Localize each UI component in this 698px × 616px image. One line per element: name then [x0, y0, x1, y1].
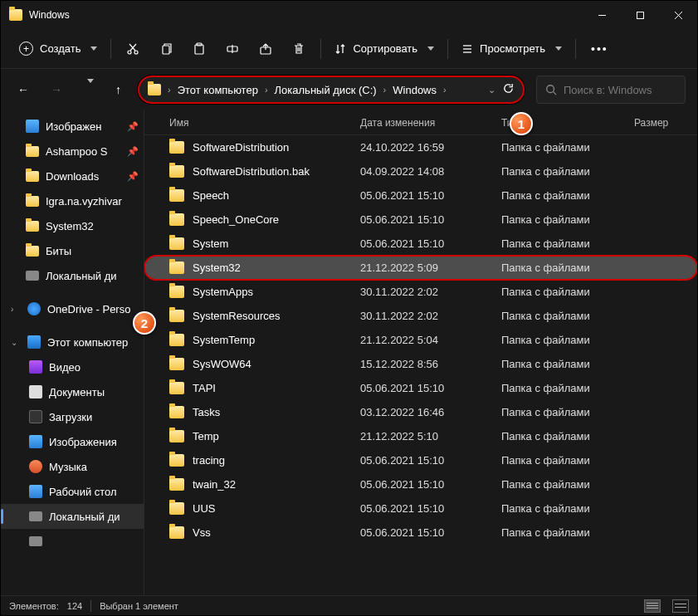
- thumbnails-view-button[interactable]: [672, 599, 689, 613]
- folder-icon: [169, 286, 184, 298]
- file-date: 24.10.2022 16:59: [360, 141, 501, 154]
- navbar: ← → ↑ › Этот компьютер › Локальный диск …: [1, 69, 697, 110]
- file-date: 05.06.2021 15:10: [360, 526, 501, 539]
- sidebar-item[interactable]: Загрузки: [1, 404, 144, 429]
- up-button[interactable]: ↑: [110, 80, 126, 100]
- sidebar-item[interactable]: ›OneDrive - Perso: [1, 296, 144, 321]
- rows-container: SoftwareDistribution24.10.2022 16:59Папк…: [144, 135, 697, 595]
- more-button[interactable]: •••: [581, 35, 618, 63]
- file-type: Папка с файлами: [501, 165, 634, 178]
- file-row[interactable]: UUS05.06.2021 15:10Папка с файлами: [144, 496, 697, 521]
- sidebar-item[interactable]: Биты: [1, 238, 144, 263]
- refresh-button[interactable]: [502, 82, 515, 97]
- chevron-down-icon: [555, 46, 562, 51]
- sidebar-item[interactable]: Изображен📌: [1, 114, 144, 139]
- file-row[interactable]: SystemApps30.11.2022 2:02Папка с файлами: [144, 280, 697, 304]
- file-name: Temp: [193, 430, 219, 442]
- file-row[interactable]: Speech05.06.2021 15:10Папка с файлами: [144, 183, 697, 208]
- rename-button[interactable]: [216, 35, 249, 63]
- copy-button[interactable]: [149, 35, 183, 63]
- create-button[interactable]: + Создать: [11, 35, 105, 63]
- sidebar-item[interactable]: [1, 529, 144, 554]
- sidebar-item[interactable]: System32: [1, 213, 144, 238]
- window-title: Windows: [29, 9, 70, 21]
- file-row[interactable]: Vss05.06.2021 15:10Папка с файлами: [144, 521, 697, 545]
- file-row[interactable]: Speech_OneCore05.06.2021 15:10Папка с фа…: [144, 208, 697, 232]
- col-date[interactable]: Дата изменения: [360, 117, 501, 129]
- maximize-button[interactable]: [621, 1, 659, 29]
- chevron-right-icon: ›: [164, 85, 174, 95]
- recent-button[interactable]: [79, 80, 99, 100]
- file-name: SoftwareDistribution: [193, 141, 289, 154]
- sidebar-item[interactable]: Видео: [1, 354, 144, 379]
- file-date: 05.06.2021 15:10: [360, 478, 501, 491]
- forward-button[interactable]: →: [46, 80, 67, 100]
- file-name: SystemApps: [193, 286, 253, 298]
- sidebar-item[interactable]: Ashampoo S📌: [1, 139, 144, 164]
- svg-rect-1: [637, 12, 643, 18]
- file-row[interactable]: SystemTemp21.12.2022 5:04Папка с файлами: [144, 328, 697, 352]
- breadcrumb[interactable]: › Этот компьютер › Локальный диск (C:) ›…: [138, 76, 525, 104]
- col-size[interactable]: Размер: [634, 117, 697, 129]
- share-button[interactable]: [249, 35, 282, 63]
- folder-icon: [169, 334, 184, 346]
- delete-button[interactable]: [282, 35, 315, 63]
- minimize-button[interactable]: [583, 1, 621, 29]
- sort-icon: [334, 43, 346, 55]
- file-row[interactable]: System05.06.2021 15:10Папка с файлами: [144, 232, 697, 256]
- col-name[interactable]: Имя: [169, 117, 360, 129]
- file-type: Папка с файлами: [501, 310, 634, 322]
- back-button[interactable]: ←: [12, 80, 34, 100]
- callout-2: 2: [133, 311, 156, 335]
- file-row[interactable]: SystemResources30.11.2022 2:02Папка с фа…: [144, 304, 697, 328]
- folder-icon: [169, 141, 184, 154]
- file-row[interactable]: Temp21.12.2022 5:10Папка с файлами: [144, 424, 697, 448]
- sidebar-item[interactable]: ⌄Этот компьютер: [1, 330, 144, 354]
- sort-button[interactable]: Сортировать: [326, 35, 442, 63]
- file-row[interactable]: SoftwareDistribution.bak04.09.2022 14:08…: [144, 159, 697, 183]
- search-placeholder: Поиск в: Windows: [564, 84, 652, 96]
- sidebar-item[interactable]: Downloads📌: [1, 164, 144, 188]
- chevron-down-icon: [427, 46, 434, 51]
- file-type: Папка с файлами: [501, 406, 634, 418]
- close-button[interactable]: [659, 1, 697, 29]
- column-headers[interactable]: Имя Дата изменения Тип Размер: [144, 110, 697, 135]
- view-button[interactable]: Просмотреть: [453, 35, 570, 63]
- svg-rect-9: [195, 45, 203, 54]
- folder-icon: [169, 310, 184, 322]
- sidebar-item[interactable]: Локальный ди: [1, 263, 144, 288]
- file-date: 05.06.2021 15:10: [360, 382, 501, 394]
- sidebar-item[interactable]: Локальный ди: [1, 504, 144, 529]
- details-view-button[interactable]: [644, 599, 661, 613]
- breadcrumb-dropdown[interactable]: ⌄: [481, 85, 502, 95]
- file-row[interactable]: twain_3205.06.2021 15:10Папка с файлами: [144, 472, 697, 496]
- paste-button[interactable]: [183, 35, 216, 63]
- file-date: 30.11.2022 2:02: [360, 286, 501, 298]
- file-row[interactable]: System3221.12.2022 5:09Папка с файлами: [144, 256, 697, 280]
- file-date: 15.12.2022 8:56: [360, 358, 501, 370]
- sidebar-item[interactable]: Изображения: [1, 429, 144, 454]
- breadcrumb-item[interactable]: Локальный диск (C:): [271, 84, 380, 96]
- file-type: Папка с файлами: [501, 430, 634, 442]
- search-input[interactable]: Поиск в: Windows: [536, 76, 686, 104]
- file-row[interactable]: SoftwareDistribution24.10.2022 16:59Папк…: [144, 135, 697, 159]
- chevron-down-icon: [90, 46, 97, 51]
- sidebar-item[interactable]: Igra.na.vyzhivar: [1, 188, 144, 213]
- cut-button[interactable]: [116, 35, 149, 63]
- sidebar-item[interactable]: Документы: [1, 379, 144, 404]
- file-type: Папка с файлами: [501, 502, 634, 515]
- breadcrumb-item[interactable]: Этот компьютер: [174, 84, 261, 96]
- file-date: 05.06.2021 15:10: [360, 502, 501, 515]
- file-row[interactable]: TAPI05.06.2021 15:10Папка с файлами: [144, 376, 697, 400]
- sidebar-item[interactable]: Рабочий стол: [1, 479, 144, 504]
- folder-icon: [169, 478, 184, 491]
- sidebar-item[interactable]: Музыка: [1, 454, 144, 479]
- file-type: Папка с файлами: [501, 334, 634, 346]
- file-name: Tasks: [193, 406, 220, 418]
- file-row[interactable]: SysWOW6415.12.2022 8:56Папка с файлами: [144, 352, 697, 376]
- breadcrumb-item[interactable]: Windows: [389, 84, 440, 96]
- file-date: 21.12.2022 5:04: [360, 334, 501, 346]
- file-row[interactable]: tracing05.06.2021 15:10Папка с файлами: [144, 448, 697, 472]
- plus-icon: +: [19, 42, 33, 56]
- file-row[interactable]: Tasks03.12.2022 16:46Папка с файлами: [144, 400, 697, 424]
